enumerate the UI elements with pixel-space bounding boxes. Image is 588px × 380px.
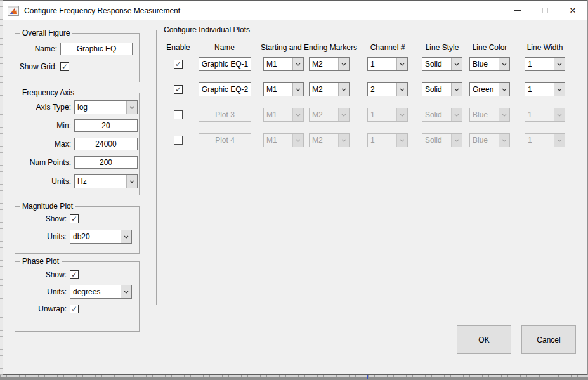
- marker-end-select[interactable]: M2: [309, 82, 350, 96]
- overall-figure-title: Overall Figure: [20, 29, 72, 37]
- chevron-down-icon: [554, 83, 565, 96]
- close-button[interactable]: ✕: [559, 1, 587, 20]
- minimize-button[interactable]: [503, 1, 531, 20]
- num-points-input[interactable]: [74, 156, 138, 169]
- plot-enable-checkbox[interactable]: [174, 110, 183, 119]
- name-label: Name:: [18, 44, 57, 53]
- channel-select[interactable]: 2: [367, 82, 408, 96]
- line-color-select[interactable]: Green: [469, 82, 510, 96]
- line-width-select[interactable]: 1: [525, 82, 565, 96]
- maximize-icon: [542, 8, 548, 13]
- axis-type-label: Axis Type:: [18, 103, 71, 112]
- plot-name-input[interactable]: [199, 57, 251, 71]
- plot-row-3: M1 M2 1 Solid Blue 1: [157, 108, 578, 122]
- overall-figure-group: Overall Figure Name: Show Grid: ✓: [15, 33, 140, 82]
- plot-enable-checkbox[interactable]: ✓: [174, 85, 183, 94]
- num-points-label: Num Points:: [18, 158, 71, 167]
- chevron-down-icon: [338, 83, 349, 96]
- line-color-select: Blue: [469, 133, 510, 147]
- frequency-axis-title: Frequency Axis: [20, 88, 77, 97]
- col-header-channel: Channel #: [370, 43, 405, 52]
- mag-units-select[interactable]: db20: [70, 230, 132, 244]
- min-input[interactable]: [74, 119, 138, 132]
- phase-show-checkbox[interactable]: ✓: [70, 270, 79, 279]
- chevron-down-icon: [554, 108, 565, 121]
- minimize-icon: [514, 10, 521, 11]
- chevron-down-icon: [396, 134, 407, 147]
- plot-enable-checkbox[interactable]: ✓: [174, 60, 183, 69]
- marker-end-select: M2: [309, 133, 350, 147]
- chevron-down-icon: [292, 108, 303, 121]
- chevron-down-icon: [451, 83, 462, 96]
- chevron-down-icon: [499, 108, 509, 121]
- show-grid-label: Show Grid:: [18, 62, 57, 71]
- min-label: Min:: [18, 121, 71, 130]
- ruler-ticks: [0, 375, 588, 377]
- chevron-down-icon: [126, 175, 137, 188]
- show-grid-checkbox[interactable]: ✓: [60, 62, 69, 71]
- matlab-app-icon: [8, 6, 19, 16]
- axis-type-select[interactable]: log: [74, 100, 138, 114]
- marker-start-select[interactable]: M1: [263, 82, 304, 96]
- line-color-select[interactable]: Blue: [469, 57, 510, 71]
- max-input[interactable]: [74, 138, 138, 150]
- configure-individual-plots-title: Configure Individual Plots: [161, 25, 252, 34]
- chevron-down-icon: [554, 58, 565, 70]
- plot-name-input: [199, 108, 251, 122]
- chevron-down-icon: [121, 285, 131, 298]
- close-icon: ✕: [570, 6, 577, 15]
- plot-name-input[interactable]: [199, 82, 251, 96]
- figure-name-input[interactable]: [60, 43, 133, 55]
- chevron-down-icon: [499, 83, 509, 96]
- phase-show-label: Show:: [18, 270, 67, 279]
- check-icon: ✓: [175, 60, 181, 68]
- marker-start-select: M1: [263, 133, 304, 147]
- background-ruler-bottom: [0, 375, 588, 380]
- line-color-select: Blue: [469, 108, 510, 122]
- ok-button[interactable]: OK: [457, 325, 511, 354]
- freq-units-select[interactable]: Hz: [74, 174, 138, 188]
- plot-name-input: [199, 133, 251, 147]
- chevron-down-icon: [451, 58, 462, 70]
- channel-select: 1: [367, 133, 408, 147]
- mag-show-label: Show:: [18, 214, 67, 223]
- dialog-window: Configure Frequency Response Measurement…: [3, 0, 587, 375]
- line-style-select: Solid: [422, 133, 462, 147]
- mag-show-checkbox[interactable]: ✓: [70, 214, 79, 223]
- maximize-button[interactable]: [531, 1, 559, 20]
- chevron-down-icon: [292, 83, 303, 96]
- chevron-down-icon: [451, 108, 462, 121]
- phase-plot-group: Phase Plot Show: ✓ Units: degrees Unwrap…: [15, 261, 140, 332]
- chevron-down-icon: [499, 134, 509, 147]
- plot-row-1: ✓ M1 M2 1 Solid Blue 1: [157, 57, 578, 71]
- chevron-down-icon: [396, 58, 407, 70]
- col-header-line-style: Line Style: [426, 43, 459, 52]
- col-header-line-color: Line Color: [473, 43, 507, 52]
- unwrap-checkbox[interactable]: ✓: [70, 305, 79, 313]
- magnitude-plot-group: Magnitude Plot Show: ✓ Units: db20: [15, 206, 140, 254]
- plot-row-4: M1 M2 1 Solid Blue 1: [157, 133, 578, 147]
- marker-end-select[interactable]: M2: [309, 57, 350, 71]
- chevron-down-icon: [338, 134, 349, 147]
- chevron-down-icon: [292, 58, 303, 70]
- col-header-line-width: Line Width: [527, 43, 563, 52]
- line-width-select: 1: [525, 133, 565, 147]
- chevron-down-icon: [338, 58, 349, 70]
- channel-select[interactable]: 1: [367, 57, 408, 71]
- plot-enable-checkbox[interactable]: [174, 136, 183, 145]
- line-width-select[interactable]: 1: [525, 57, 565, 71]
- ruler-blue-marker: [367, 375, 368, 379]
- chevron-down-icon: [554, 134, 565, 147]
- line-style-select[interactable]: Solid: [422, 57, 462, 71]
- frequency-axis-group: Frequency Axis Axis Type: log Min: Max:: [15, 93, 140, 195]
- col-header-markers: Starting and Ending Markers: [261, 43, 357, 52]
- check-icon: ✓: [71, 305, 77, 313]
- chevron-down-icon: [126, 101, 137, 114]
- chevron-down-icon: [499, 58, 509, 70]
- cancel-button[interactable]: Cancel: [521, 325, 576, 354]
- phase-units-select[interactable]: degrees: [70, 285, 132, 299]
- check-icon: ✓: [175, 86, 181, 93]
- marker-start-select[interactable]: M1: [263, 57, 304, 71]
- phase-plot-title: Phase Plot: [20, 257, 62, 266]
- line-style-select[interactable]: Solid: [422, 82, 462, 96]
